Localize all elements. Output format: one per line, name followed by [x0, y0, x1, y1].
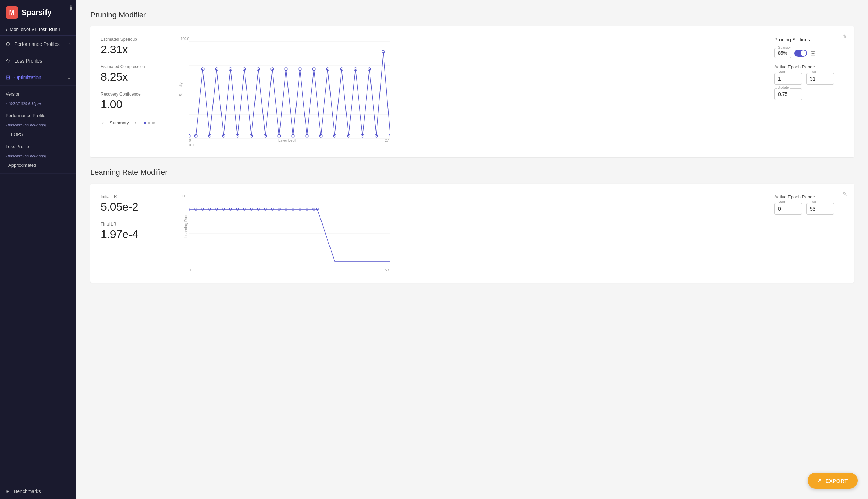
- lr-edit-icon[interactable]: ✎: [843, 191, 847, 197]
- dot-2: [148, 122, 150, 124]
- lr-x-start: 0: [190, 268, 192, 272]
- loss-profile-label-sub: Loss Profile: [0, 142, 76, 151]
- version-label: Version: [0, 89, 76, 99]
- start-label: Start: [777, 70, 786, 74]
- compression-label: Estimated Compression: [101, 64, 170, 69]
- pruning-settings-panel: Pruning Settings Sparsity 85% ⊟ Active E…: [774, 37, 844, 104]
- sidebar-item-label: Loss Profiles: [14, 58, 42, 64]
- epoch-range-title: Active Epoch Range: [774, 64, 844, 69]
- x-start: 0: [189, 139, 191, 142]
- info-icon[interactable]: ℹ: [70, 4, 72, 12]
- lr-chart-area: 0.1 Learning Rate: [181, 194, 764, 272]
- speedup-metric: Estimated Speedup 2.31x: [101, 37, 170, 56]
- sidebar-item-label: Performance Profiles: [14, 41, 60, 47]
- lr-start-label: Start: [777, 200, 786, 204]
- end-label: End: [809, 70, 817, 74]
- carousel-prev-button[interactable]: ‹: [101, 119, 106, 126]
- lr-end-input-box: End: [806, 203, 834, 215]
- flops-label: FLOPS: [0, 130, 76, 139]
- carousel-nav: ‹ Summary ›: [101, 119, 170, 126]
- initial-lr-value: 5.05e-2: [101, 201, 170, 213]
- loss-icon: ∿: [6, 57, 10, 64]
- lr-end-label: End: [809, 200, 817, 204]
- pruning-modifier-title: Pruning Modifier: [90, 10, 854, 19]
- end-input[interactable]: [806, 73, 834, 85]
- update-input[interactable]: [774, 88, 802, 100]
- app-logo: M: [6, 6, 18, 19]
- export-label: EXPORT: [825, 478, 848, 484]
- perf-profile-label: Performance Profile: [0, 111, 76, 120]
- final-lr-value: 1.97e-4: [101, 228, 170, 241]
- performance-icon: ⊙: [6, 41, 10, 47]
- sidebar-item-loss-profiles[interactable]: ∿ Loss Profiles ›: [0, 52, 76, 69]
- loss-baseline-link[interactable]: › baseline (an hour ago): [0, 151, 76, 161]
- lr-x-end: 53: [385, 268, 389, 272]
- sidebar-item-performance-profiles[interactable]: ⊙ Performance Profiles ›: [0, 36, 76, 52]
- lr-settings-panel: Active Epoch Range Start End: [774, 194, 844, 218]
- confidence-value: 1.00: [101, 98, 170, 111]
- sidebar-item-optimization[interactable]: ⊞ Optimization ⌄: [0, 69, 76, 86]
- tune-icon[interactable]: ⊟: [810, 49, 816, 57]
- compression-metric: Estimated Compression 8.25x: [101, 64, 170, 83]
- edit-icon[interactable]: ✎: [843, 33, 847, 40]
- chart-y-max: 100.0: [181, 37, 764, 41]
- final-lr-label: Final LR: [101, 222, 170, 227]
- chevron-right-icon: ›: [69, 58, 71, 63]
- sparsity-label: Sparsity: [777, 46, 791, 49]
- lr-metrics: Initial LR 5.05e-2 Final LR 1.97e-4: [101, 194, 170, 249]
- approximated-label: Approximated: [0, 161, 76, 170]
- sidebar-header: M Sparsify ℹ: [0, 0, 76, 23]
- sidebar: M Sparsify ℹ ‹ MobileNet V1 Test, Run 1 …: [0, 0, 76, 499]
- benchmarks-icon: ⊞: [6, 489, 10, 494]
- export-button[interactable]: ↗ EXPORT: [808, 473, 858, 489]
- start-input[interactable]: [774, 73, 802, 85]
- initial-lr-metric: Initial LR 5.05e-2: [101, 194, 170, 213]
- optimization-icon: ⊞: [6, 74, 10, 81]
- lr-modifier-title: Learning Rate Modifier: [90, 168, 854, 177]
- lr-chart-svg: [189, 199, 390, 268]
- chevron-down-icon: ⌄: [67, 75, 71, 80]
- y-min-label: 0.0: [189, 143, 764, 147]
- sparsity-input-wrapper: Sparsity 85%: [774, 48, 791, 58]
- lr-end-input[interactable]: [806, 203, 834, 215]
- dot-1: [144, 122, 146, 124]
- confidence-metric: Recovery Confidence 1.00: [101, 92, 170, 111]
- lr-y-max: 0.1: [181, 194, 764, 198]
- update-label: Update: [777, 85, 790, 89]
- perf-baseline-link[interactable]: › baseline (an hour ago): [0, 120, 76, 130]
- confidence-label: Recovery Confidence: [101, 92, 170, 97]
- lr-epoch-range-row: Start End: [774, 203, 844, 215]
- sparsity-toggle[interactable]: [794, 50, 807, 57]
- lr-y-label: Learning Rate: [184, 213, 188, 237]
- initial-lr-label: Initial LR: [101, 194, 170, 199]
- lr-x-range: 0 53: [189, 268, 390, 272]
- lr-start-input-box: Start: [774, 203, 802, 215]
- chart-y-label: Sparsity: [178, 82, 183, 96]
- carousel-next-button[interactable]: ›: [133, 119, 138, 126]
- chevron-right-small: ›: [6, 101, 8, 106]
- speedup-value: 2.31x: [101, 43, 170, 56]
- final-lr-metric: Final LR 1.97e-4: [101, 222, 170, 241]
- sparsity-value: 85%: [778, 50, 787, 56]
- export-icon: ↗: [817, 477, 822, 484]
- app-title: Sparsify: [22, 8, 52, 17]
- main-content: Pruning Modifier ✎ Estimated Speedup 2.3…: [76, 0, 868, 499]
- chevron-left-icon: ‹: [6, 27, 7, 32]
- x-end: 27: [385, 139, 389, 142]
- project-name: MobileNet V1 Test, Run 1: [10, 27, 61, 32]
- sidebar-item-label: Optimization: [14, 75, 41, 80]
- lr-start-input[interactable]: [774, 203, 802, 215]
- lr-card-inner: Initial LR 5.05e-2 Final LR 1.97e-4 0.1 …: [101, 194, 844, 272]
- start-input-box: Start: [774, 73, 802, 85]
- sparsity-input[interactable]: Sparsity 85%: [774, 48, 791, 58]
- sparsity-setting-row: Sparsity 85% ⊟: [774, 48, 844, 58]
- version-date-link[interactable]: › 10/30/2020 6:10pm: [0, 99, 76, 108]
- sidebar-item-benchmarks[interactable]: ⊞ Benchmarks: [0, 484, 76, 499]
- epoch-range-row: Start End: [774, 73, 844, 85]
- benchmarks-label: Benchmarks: [14, 489, 41, 494]
- x-label: Layer Depth: [278, 139, 297, 142]
- project-selector[interactable]: ‹ MobileNet V1 Test, Run 1: [0, 23, 76, 36]
- update-input-box: Update: [774, 88, 802, 100]
- pruning-chart-svg: [189, 41, 390, 139]
- lr-modifier-card: ✎ Initial LR 5.05e-2 Final LR 1.97e-4 0.…: [90, 184, 854, 283]
